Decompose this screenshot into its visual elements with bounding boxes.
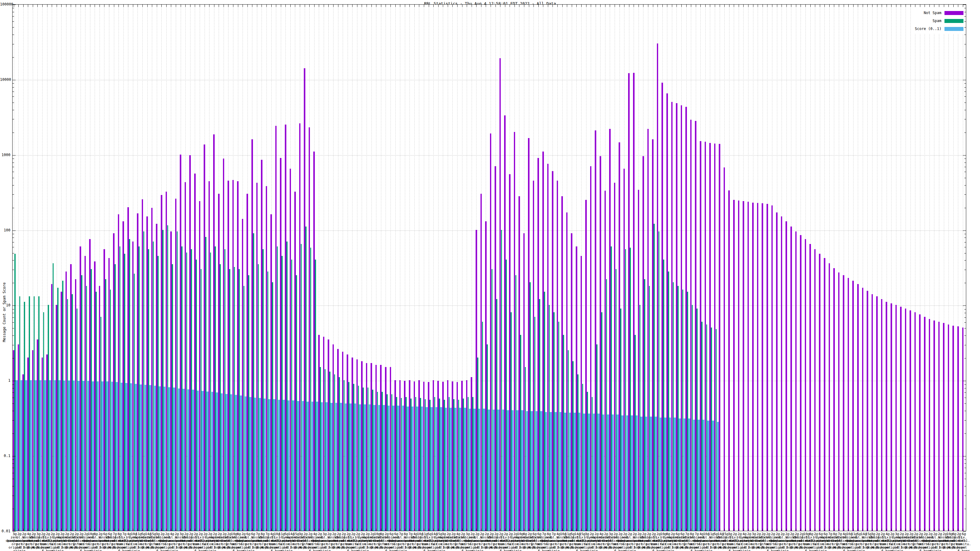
bar-not-spam	[199, 201, 200, 531]
x-top-tick	[715, 5, 715, 7]
bar-score	[650, 417, 652, 531]
bar-not-spam	[22, 375, 24, 531]
y-minor-tick	[964, 495, 966, 496]
x-top-tick	[896, 5, 896, 7]
y-axis-label: Message Count or Spam Score	[2, 282, 6, 342]
bar-score	[564, 413, 566, 531]
x-top-tick	[796, 5, 796, 7]
x-top-tick	[548, 5, 548, 7]
bar-not-spam	[795, 232, 797, 531]
x-bottom-tick	[214, 529, 215, 531]
x-top-tick	[924, 5, 925, 7]
bar-score	[173, 387, 175, 531]
bar-score	[545, 412, 547, 531]
x-bottom-tick	[672, 529, 672, 531]
bar-score	[369, 404, 371, 531]
bar-not-spam	[772, 205, 773, 531]
x-bottom-tick	[52, 529, 52, 531]
x-bottom-tick	[958, 529, 958, 531]
bar-score	[598, 414, 600, 531]
x-top-tick	[829, 5, 830, 7]
bar-score	[612, 414, 614, 531]
bar-not-spam	[299, 123, 301, 531]
x-bottom-tick	[328, 529, 329, 531]
y-minor-tick	[13, 185, 14, 186]
x-top-tick	[734, 5, 734, 7]
x-bottom-tick	[572, 529, 572, 531]
bar-score	[230, 394, 232, 531]
bar-score	[455, 408, 457, 531]
x-bottom-tick	[448, 529, 448, 531]
bar-not-spam	[428, 382, 430, 531]
gridline-horizontal	[13, 381, 966, 381]
x-top-tick	[147, 5, 148, 7]
y-minor-tick	[964, 162, 966, 163]
y-minor-tick	[964, 167, 966, 167]
x-bottom-tick	[362, 529, 362, 531]
x-bottom-tick	[915, 529, 915, 531]
bar-not-spam	[528, 138, 530, 531]
x-top-tick	[61, 5, 62, 7]
x-bottom-tick	[552, 529, 553, 531]
bar-not-spam	[910, 310, 911, 531]
x-bottom-tick	[281, 529, 281, 531]
x-top-tick	[596, 5, 596, 7]
x-bottom-tick	[629, 529, 629, 531]
x-top-tick	[920, 5, 920, 7]
legend-swatch-score-	[945, 27, 964, 31]
bar-not-spam	[32, 350, 34, 531]
bar-score	[426, 407, 428, 531]
bar-score	[684, 418, 686, 531]
x-bottom-tick	[705, 529, 706, 531]
bar-score	[688, 418, 690, 531]
bar-not-spam	[948, 324, 950, 531]
bar-not-spam	[60, 292, 62, 531]
y-minor-tick	[13, 162, 14, 163]
gridline-horizontal	[13, 80, 966, 80]
bar-score	[259, 398, 261, 531]
x-bottom-tick	[844, 529, 844, 531]
bar-not-spam	[151, 208, 153, 531]
x-bottom-tick	[438, 529, 439, 531]
bar-not-spam	[609, 129, 611, 531]
bar-not-spam	[829, 263, 830, 531]
x-bottom-tick	[953, 529, 954, 531]
bar-not-spam	[318, 335, 320, 531]
x-top-tick	[433, 5, 434, 7]
x-top-tick	[395, 5, 396, 7]
x-top-tick	[343, 5, 343, 7]
bar-not-spam	[371, 363, 372, 531]
bar-not-spam	[671, 102, 673, 531]
x-bottom-tick	[285, 529, 286, 531]
x-bottom-tick	[805, 529, 806, 531]
y-minor-tick	[964, 110, 966, 110]
x-top-tick	[886, 5, 887, 7]
bar-not-spam	[204, 144, 205, 531]
x-top-tick	[319, 5, 319, 7]
x-top-tick	[33, 5, 33, 7]
x-top-tick	[791, 5, 791, 7]
bar-not-spam	[213, 134, 215, 531]
x-bottom-tick	[472, 529, 472, 531]
y-minor-tick	[13, 234, 14, 234]
x-top-tick	[381, 5, 381, 7]
x-bottom-tick	[238, 529, 238, 531]
bar-not-spam	[37, 340, 38, 531]
bar-not-spam	[170, 232, 172, 531]
x-bottom-tick	[596, 529, 596, 531]
x-top-tick	[476, 5, 477, 7]
legend-swatch-spam	[945, 19, 964, 23]
x-top-tick	[586, 5, 587, 7]
x-top-tick	[653, 5, 653, 7]
gridline-horizontal	[13, 305, 966, 306]
bar-score	[693, 420, 695, 531]
x-top-tick	[944, 5, 944, 7]
bar-score	[593, 414, 595, 531]
x-bottom-tick	[934, 529, 934, 531]
x-bottom-tick	[557, 529, 558, 531]
bar-score	[249, 397, 251, 531]
bar-score	[192, 390, 194, 531]
bar-score	[407, 407, 409, 531]
bar-not-spam	[924, 317, 926, 531]
y-minor-tick	[964, 12, 966, 12]
